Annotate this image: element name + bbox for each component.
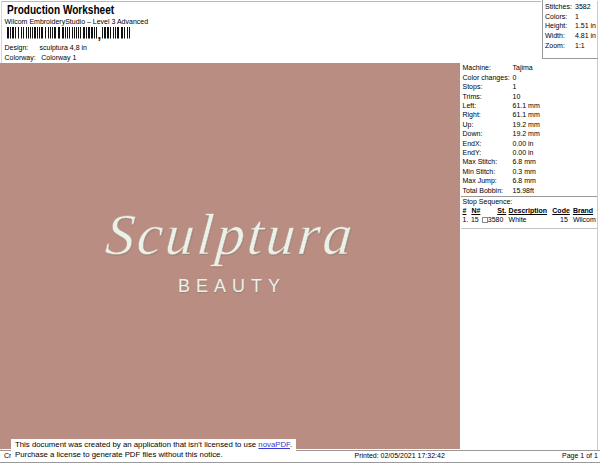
svg-text:,: , [98,27,102,42]
